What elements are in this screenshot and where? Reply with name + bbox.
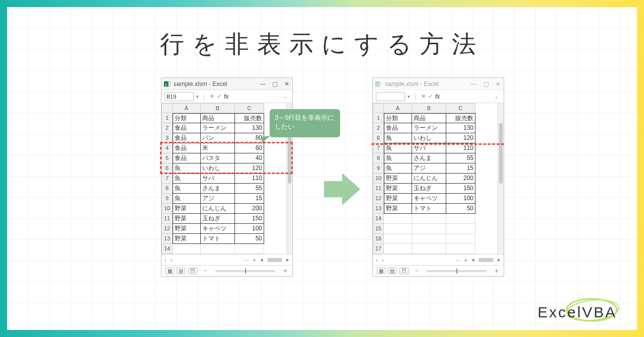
- hscroll-left-icon[interactable]: ◂: [260, 257, 263, 263]
- fx-label[interactable]: fx: [435, 93, 440, 100]
- row-header[interactable]: 11: [162, 214, 173, 224]
- col-header-a[interactable]: A: [384, 103, 412, 113]
- cell[interactable]: 魚: [384, 143, 412, 153]
- zoom-out-button[interactable]: －: [414, 267, 420, 275]
- close-button[interactable]: ✕: [283, 80, 290, 88]
- cell[interactable]: パスタ: [201, 153, 235, 163]
- cell[interactable]: いわし: [412, 133, 446, 143]
- cell[interactable]: 野菜: [384, 194, 412, 204]
- cell[interactable]: 100: [446, 194, 475, 204]
- cell[interactable]: 60: [235, 143, 264, 153]
- row-header[interactable]: 5: [162, 153, 173, 163]
- cell[interactable]: 野菜: [384, 184, 412, 194]
- cell[interactable]: 50: [235, 234, 264, 244]
- cell[interactable]: 商品: [201, 113, 235, 123]
- cell[interactable]: アジ: [412, 163, 446, 174]
- cell[interactable]: 130: [446, 123, 475, 133]
- hscroll-right-icon[interactable]: ▸: [498, 257, 501, 263]
- row-header[interactable]: 7: [373, 143, 384, 153]
- tab-add-icon[interactable]: +: [464, 257, 467, 263]
- view-pagelayout-icon[interactable]: ▤: [388, 268, 396, 274]
- row-header[interactable]: 8: [162, 184, 173, 194]
- tab-more-icon[interactable]: ···: [455, 257, 460, 263]
- cell[interactable]: 食品: [173, 133, 201, 143]
- cell[interactable]: 魚: [384, 133, 412, 143]
- cell[interactable]: いわし: [201, 163, 235, 174]
- cell[interactable]: 80: [235, 133, 264, 143]
- maximize-button[interactable]: ▢: [271, 80, 278, 88]
- cell[interactable]: 魚: [173, 163, 201, 174]
- fx-cancel-icon[interactable]: ✕: [210, 93, 214, 100]
- close-button[interactable]: ✕: [495, 80, 502, 88]
- formula-bar-expand-icon[interactable]: ⌄: [283, 94, 287, 99]
- select-all-corner[interactable]: [162, 103, 173, 113]
- cell[interactable]: 150: [235, 214, 264, 224]
- tab-add-icon[interactable]: +: [253, 257, 256, 263]
- cell[interactable]: 15: [446, 163, 475, 174]
- row-header[interactable]: 2: [373, 123, 384, 133]
- zoom-out-button[interactable]: －: [202, 267, 208, 275]
- cell[interactable]: [384, 214, 412, 224]
- col-header-b[interactable]: B: [412, 103, 446, 113]
- select-all-corner[interactable]: [373, 103, 384, 113]
- row-header[interactable]: 2: [162, 123, 173, 133]
- cell[interactable]: [412, 234, 446, 244]
- cell[interactable]: 150: [446, 184, 475, 194]
- row-header[interactable]: 16: [373, 234, 384, 244]
- worksheet-grid[interactable]: A B C 1分類商品販売数2食品ラーメン1306魚いわし1207魚サバ1108…: [373, 103, 498, 254]
- row-header[interactable]: 17: [373, 244, 384, 254]
- row-header[interactable]: 6: [373, 133, 384, 143]
- cell[interactable]: 魚: [384, 153, 412, 163]
- cell[interactable]: 200: [235, 204, 264, 214]
- cell[interactable]: ラーメン: [201, 123, 235, 133]
- row-header[interactable]: 15: [373, 224, 384, 234]
- cell[interactable]: さんま: [201, 184, 235, 194]
- cell[interactable]: 魚: [173, 194, 201, 204]
- cell[interactable]: 100: [235, 224, 264, 234]
- horizontal-scrollbar[interactable]: [478, 258, 494, 262]
- row-header[interactable]: 7: [162, 174, 173, 184]
- col-header-b[interactable]: B: [201, 103, 235, 113]
- cell[interactable]: トマト: [201, 234, 235, 244]
- row-header[interactable]: 13: [162, 234, 173, 244]
- row-header[interactable]: 6: [162, 163, 173, 174]
- row-header[interactable]: 8: [373, 153, 384, 163]
- cell[interactable]: 野菜: [173, 234, 201, 244]
- view-pagelayout-icon[interactable]: ▤: [177, 268, 185, 274]
- cell[interactable]: 55: [446, 153, 475, 163]
- vertical-scrollbar[interactable]: [498, 103, 504, 254]
- cell[interactable]: [173, 244, 201, 254]
- cell[interactable]: トマト: [412, 204, 446, 214]
- cell[interactable]: 商品: [412, 113, 446, 123]
- cell[interactable]: [446, 244, 475, 254]
- cell[interactable]: [201, 244, 235, 254]
- tab-next-icon[interactable]: ›: [382, 257, 384, 263]
- cell[interactable]: 130: [235, 123, 264, 133]
- tab-prev-icon[interactable]: ‹: [165, 257, 167, 263]
- cell[interactable]: 魚: [384, 163, 412, 174]
- cell[interactable]: にんじん: [412, 174, 446, 184]
- cell[interactable]: 120: [235, 163, 264, 174]
- row-header[interactable]: 1: [373, 113, 384, 123]
- cell[interactable]: 魚: [173, 184, 201, 194]
- cell[interactable]: 食品: [173, 153, 201, 163]
- cell[interactable]: [412, 214, 446, 224]
- cell[interactable]: 販売数: [235, 113, 264, 123]
- name-box-chevron-icon[interactable]: ▾: [408, 94, 410, 99]
- name-box-chevron-icon[interactable]: ▾: [196, 94, 199, 99]
- fx-accept-icon[interactable]: ✓: [217, 93, 221, 100]
- col-header-c[interactable]: C: [446, 103, 475, 113]
- zoom-slider[interactable]: [427, 270, 487, 272]
- row-header[interactable]: 12: [373, 194, 384, 204]
- row-header[interactable]: 13: [373, 204, 384, 214]
- zoom-in-button[interactable]: ＋: [494, 267, 500, 275]
- col-header-a[interactable]: A: [173, 103, 201, 113]
- minimize-button[interactable]: —: [470, 80, 477, 88]
- cell[interactable]: [446, 214, 475, 224]
- cell[interactable]: 野菜: [173, 214, 201, 224]
- row-header[interactable]: 10: [162, 204, 173, 214]
- cell[interactable]: 食品: [173, 143, 201, 153]
- row-header[interactable]: 14: [373, 214, 384, 224]
- name-box[interactable]: B19: [165, 92, 194, 101]
- view-normal-icon[interactable]: ▦: [377, 268, 385, 274]
